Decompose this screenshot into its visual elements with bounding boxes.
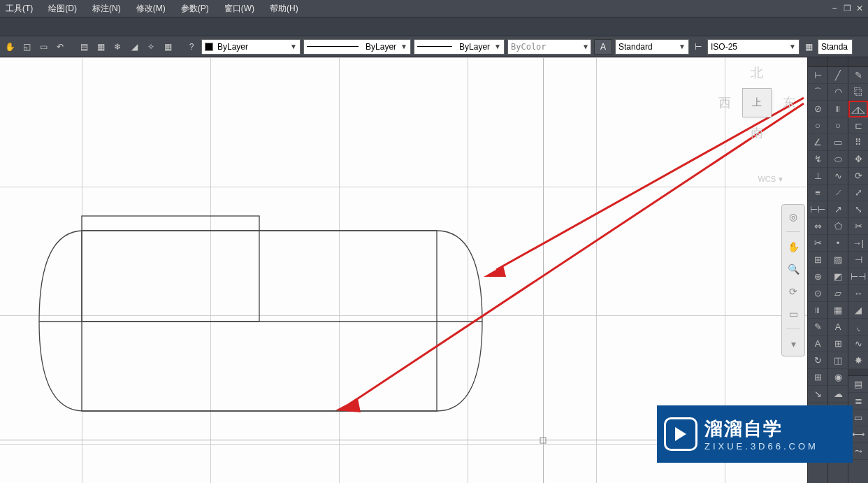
layer-properties-icon[interactable]: ▤ <box>77 40 91 54</box>
layer-dropdown[interactable]: ByLayer ▼ <box>201 39 301 55</box>
erase-icon[interactable]: ✎ <box>848 67 868 84</box>
viewcube-west[interactable]: 西 <box>718 94 731 111</box>
tolerance-icon[interactable]: ⊞ <box>808 252 827 268</box>
viewcube-east[interactable]: 东 <box>783 94 795 111</box>
table-icon[interactable]: ▦ <box>828 302 848 319</box>
restore-button[interactable]: ❐ <box>841 3 853 13</box>
ellipse-icon[interactable]: ⬭ <box>828 151 848 168</box>
line-icon[interactable]: ╱ <box>828 67 848 84</box>
break-at-point-icon[interactable]: ⊣ <box>848 252 868 268</box>
scale-icon[interactable]: ⤢ <box>848 185 868 201</box>
mleader-icon[interactable]: ↘ <box>808 386 827 403</box>
dimension-linear-icon[interactable]: ⊢ <box>808 67 827 84</box>
join-icon[interactable]: ↔ <box>848 285 868 302</box>
menu-annotate[interactable]: 标注(N) <box>89 1 124 16</box>
block-create-icon[interactable]: ◫ <box>828 352 848 369</box>
dimension-baseline-icon[interactable]: ≡ <box>808 185 827 201</box>
textstyle-dropdown[interactable]: Standard ▼ <box>615 39 689 55</box>
calculator-icon[interactable]: ▦ <box>161 40 175 54</box>
dimension-spacing-icon[interactable]: ⇔ <box>808 218 827 235</box>
dimension-jogged-icon[interactable]: ↯ <box>808 151 827 168</box>
coord-system-dropdown[interactable]: WCS▼ <box>758 175 784 183</box>
region-icon[interactable]: ▱ <box>828 285 848 302</box>
xline-icon[interactable]: ⟋ <box>828 185 848 201</box>
dimension-textedit-icon[interactable]: A <box>808 336 827 352</box>
break-icon[interactable]: ⊢⊣ <box>848 268 868 285</box>
menu-tool[interactable]: 工具(T) <box>3 1 36 16</box>
draworder-icon[interactable]: ▤ <box>848 376 868 393</box>
zoom-window-icon[interactable]: ▭ <box>36 40 50 54</box>
menu-window[interactable]: 窗口(W) <box>222 1 257 16</box>
layer-freeze-icon[interactable]: ❄ <box>110 40 124 54</box>
orbit-tool-icon[interactable]: ⟳ <box>786 284 801 299</box>
copy-icon[interactable]: ⿻ <box>848 84 868 101</box>
dimstyle-icon[interactable]: ⊢ <box>692 39 704 55</box>
polygon-icon[interactable]: ⬠ <box>828 218 848 235</box>
close-button[interactable]: ✕ <box>854 3 865 13</box>
dimstyle-icon[interactable]: ⊞ <box>808 369 827 386</box>
extend-icon[interactable]: →| <box>848 235 868 252</box>
centermark-icon[interactable]: ⊕ <box>808 268 827 285</box>
viewcube-south[interactable]: 南 <box>751 124 763 141</box>
dimstyle-dropdown[interactable]: ISO-25 ▼ <box>707 39 800 55</box>
point-icon[interactable]: • <box>828 235 848 252</box>
dimension-inspect-icon[interactable]: ⊙ <box>808 285 827 302</box>
hatch-icon[interactable]: ▨ <box>828 252 848 268</box>
dimension-radius-icon[interactable]: ⊘ <box>808 101 827 117</box>
layer-off-icon[interactable]: ✧ <box>144 40 158 54</box>
showmotion-icon[interactable]: ▭ <box>786 306 801 322</box>
pan-icon[interactable]: ✋ <box>3 40 17 54</box>
move-icon[interactable]: ✥ <box>848 151 868 168</box>
layer-states-icon[interactable]: ▦ <box>94 40 108 54</box>
textstyle-icon[interactable]: A <box>594 39 612 55</box>
mirror-icon[interactable]: ◿◺ <box>848 101 868 117</box>
dimension-angular-icon[interactable]: ∠ <box>808 134 827 151</box>
zoom-extents-icon[interactable]: ◱ <box>20 40 34 54</box>
menu-help[interactable]: 帮助(H) <box>267 1 301 16</box>
plotstyle-dropdown[interactable]: ByColor ▼ <box>507 39 591 55</box>
linetype-dropdown[interactable]: ByLayer ▼ <box>303 39 411 55</box>
gradient-icon[interactable]: ◩ <box>828 268 848 285</box>
revcloud-icon[interactable]: ☁ <box>828 386 848 403</box>
rotate-icon[interactable]: ⟳ <box>848 168 868 185</box>
dimension-jogline-icon[interactable]: Ⲽ <box>808 302 827 319</box>
rectangle-icon[interactable]: ▭ <box>828 134 848 151</box>
offset-icon[interactable]: ⊏ <box>848 117 868 134</box>
menu-param[interactable]: 参数(P) <box>178 1 212 16</box>
tablestyle-dropdown[interactable]: Standa <box>818 39 853 55</box>
dimension-arc-icon[interactable]: ⌒ <box>808 84 827 101</box>
stretch-icon[interactable]: ⤡ <box>848 201 868 218</box>
blend-icon[interactable]: ∿ <box>848 336 868 352</box>
dimension-diameter-icon[interactable]: ○ <box>808 117 827 134</box>
ray-icon[interactable]: ↗ <box>828 201 848 218</box>
dimension-break-icon[interactable]: ✂ <box>808 235 827 252</box>
arc-icon[interactable]: ◠ <box>828 84 848 101</box>
dimension-edit-icon[interactable]: ✎ <box>808 319 827 336</box>
block-insert-icon[interactable]: ⊞ <box>828 336 848 352</box>
trim-icon[interactable]: ✂ <box>848 218 868 235</box>
zoom-tool-icon[interactable]: 🔍 <box>786 261 801 277</box>
polyline-icon[interactable]: Ⲽ <box>828 101 848 117</box>
pan-tool-icon[interactable]: ✋ <box>786 239 801 254</box>
viewcube[interactable]: 北 南 东 西 上 <box>718 64 795 141</box>
explode-icon[interactable]: ✸ <box>848 352 868 369</box>
dimension-update-icon[interactable]: ↻ <box>808 352 827 369</box>
zoom-previous-icon[interactable]: ↶ <box>53 40 67 54</box>
dimension-continue-icon[interactable]: ⊢⊢ <box>808 201 827 218</box>
lineweight-dropdown[interactable]: ByLayer ▼ <box>414 39 505 55</box>
tablestyle-icon[interactable]: ▦ <box>802 39 815 55</box>
steering-wheel-icon[interactable]: ◎ <box>786 209 801 224</box>
viewcube-north[interactable]: 北 <box>751 64 763 81</box>
viewcube-top-face[interactable]: 上 <box>742 88 772 117</box>
mtext-icon[interactable]: A <box>828 319 848 336</box>
help-icon[interactable]: ? <box>185 40 198 54</box>
circle-icon[interactable]: ○ <box>828 117 848 134</box>
spline-icon[interactable]: ∿ <box>828 168 848 185</box>
donut-icon[interactable]: ◉ <box>828 369 848 386</box>
fillet-icon[interactable]: ◟ <box>848 319 868 336</box>
navbar-expand-icon[interactable]: ▾ <box>786 336 801 352</box>
menu-modify[interactable]: 修改(M) <box>133 1 168 16</box>
minimize-button[interactable]: − <box>829 3 840 13</box>
array-icon[interactable]: ⠿ <box>848 134 868 151</box>
layer-lock-icon[interactable]: ◢ <box>127 40 141 54</box>
